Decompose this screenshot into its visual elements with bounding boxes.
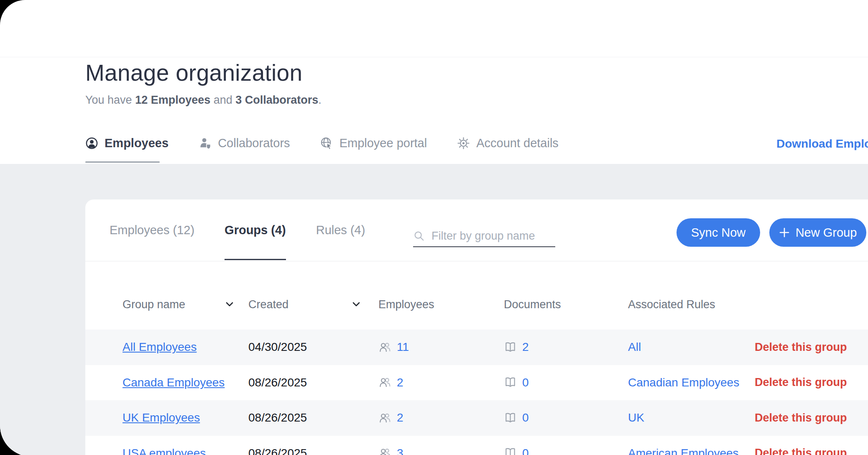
employees-count: 12 Employees — [135, 94, 210, 106]
chevron-down-icon[interactable] — [226, 302, 233, 307]
people-icon — [378, 447, 391, 455]
delete-group-button[interactable]: Delete this group — [755, 447, 868, 455]
column-employees: Employees — [378, 298, 504, 311]
new-group-label: New Group — [796, 226, 857, 240]
download-employees-link[interactable]: Download Employees — [776, 137, 868, 151]
tab-account-details-label: Account details — [476, 136, 559, 150]
chevron-down-icon[interactable] — [352, 302, 360, 307]
column-employees-label: Employees — [378, 298, 434, 311]
employees-count-value: 3 — [397, 447, 403, 455]
sync-now-label: Sync Now — [691, 226, 746, 240]
table-row: USA employees 08/26/2025 3 — [85, 436, 868, 455]
topbar-divider — [0, 57, 868, 57]
main-tab-bar: Employees Collaborators — [85, 130, 559, 156]
tab-groups[interactable]: Groups (4) — [225, 199, 286, 261]
card-header: Employees (12) Groups (4) Rules (4) — [85, 199, 868, 261]
table-row: UK Employees 08/26/2025 2 — [85, 400, 868, 436]
person-shield-icon — [199, 137, 212, 150]
tab-collaborators-label: Collaborators — [218, 136, 290, 150]
subtitle-suffix: . — [318, 94, 322, 106]
column-created[interactable]: Created — [248, 298, 378, 311]
table-body: All Employees 04/30/2025 11 — [85, 330, 868, 455]
book-icon — [504, 447, 517, 455]
globe-cursor-icon — [320, 137, 333, 150]
documents-count-cell[interactable]: 0 — [504, 447, 628, 455]
gear-icon — [457, 137, 470, 150]
card-tab-bar: Employees (12) Groups (4) Rules (4) — [110, 199, 365, 261]
created-date: 04/30/2025 — [248, 340, 378, 354]
delete-group-button[interactable]: Delete this group — [755, 376, 868, 389]
group-name-link[interactable]: UK Employees — [123, 411, 248, 424]
column-created-label: Created — [248, 298, 288, 311]
employees-count-value: 11 — [397, 340, 409, 354]
plus-icon — [779, 227, 790, 238]
delete-group-button[interactable]: Delete this group — [755, 412, 868, 424]
screen: Manage organization You have 12 Employee… — [0, 0, 868, 455]
column-associated-rules: Associated Rules — [628, 298, 755, 311]
employees-count-value: 2 — [397, 376, 403, 389]
group-name-link[interactable]: All Employees — [123, 340, 248, 354]
employees-count-cell[interactable]: 3 — [378, 447, 504, 455]
person-circle-icon — [85, 137, 98, 150]
employees-count-cell[interactable]: 2 — [378, 376, 504, 389]
group-name-link[interactable]: Canada Employees — [123, 376, 248, 389]
book-icon — [504, 341, 517, 354]
column-documents: Documents — [504, 298, 628, 311]
book-icon — [504, 412, 517, 424]
subtitle-mid: and — [210, 94, 235, 106]
tab-collaborators[interactable]: Collaborators — [199, 136, 290, 150]
tab-employees[interactable]: Employees — [85, 136, 168, 150]
documents-count-value: 0 — [522, 411, 529, 424]
book-icon — [504, 376, 517, 389]
people-icon — [378, 412, 391, 424]
column-group-name-label: Group name — [123, 298, 185, 311]
documents-count-cell[interactable]: 0 — [504, 376, 628, 389]
associated-rule-link[interactable]: Canadian Employees — [628, 376, 755, 389]
subtitle-prefix: You have — [85, 94, 135, 106]
associated-rule-link[interactable]: All — [628, 340, 755, 354]
associated-rule-link[interactable]: American Employees — [628, 447, 755, 455]
tab-employees-list[interactable]: Employees (12) — [110, 199, 194, 261]
column-group-name[interactable]: Group name — [123, 298, 248, 311]
tab-rules[interactable]: Rules (4) — [316, 199, 365, 261]
collaborators-count: 3 Collaborators — [235, 94, 318, 106]
employees-count-cell[interactable]: 11 — [378, 340, 504, 354]
table-header-row: Group name Created Employees — [85, 294, 868, 315]
created-date: 08/26/2025 — [248, 447, 378, 455]
active-tab-underline — [85, 161, 160, 163]
tab-employees-label: Employees — [105, 136, 168, 150]
group-filter — [413, 225, 555, 247]
column-documents-label: Documents — [504, 298, 561, 311]
content-area: Employees (12) Groups (4) Rules (4) — [0, 164, 868, 455]
employees-count-cell[interactable]: 2 — [378, 411, 504, 424]
delete-group-button[interactable]: Delete this group — [755, 341, 868, 354]
sync-now-button[interactable]: Sync Now — [677, 218, 760, 247]
associated-rule-link[interactable]: UK — [628, 411, 755, 424]
group-name-link[interactable]: USA employees — [123, 447, 248, 455]
people-icon — [378, 376, 391, 389]
app-window: Manage organization You have 12 Employee… — [0, 0, 868, 455]
table-row: All Employees 04/30/2025 11 — [85, 330, 868, 365]
documents-count-value: 0 — [522, 447, 529, 455]
documents-count-cell[interactable]: 2 — [504, 340, 628, 354]
documents-count-value: 0 — [522, 376, 529, 389]
employees-count-value: 2 — [397, 411, 403, 424]
table-row: Canada Employees 08/26/2025 2 — [85, 365, 868, 401]
tab-employee-portal-label: Employee portal — [340, 136, 427, 150]
documents-count-value: 2 — [522, 340, 529, 354]
groups-card: Employees (12) Groups (4) Rules (4) — [85, 199, 868, 455]
new-group-button[interactable]: New Group — [769, 218, 866, 247]
tab-account-details[interactable]: Account details — [457, 136, 559, 150]
page-subtitle: You have 12 Employees and 3 Collaborator… — [85, 94, 322, 107]
column-associated-rules-label: Associated Rules — [628, 298, 715, 311]
people-icon — [378, 341, 391, 354]
documents-count-cell[interactable]: 0 — [504, 411, 628, 424]
page-title: Manage organization — [85, 60, 302, 85]
created-date: 08/26/2025 — [248, 411, 378, 424]
created-date: 08/26/2025 — [248, 376, 378, 389]
search-icon — [413, 230, 425, 242]
filter-input[interactable] — [431, 229, 549, 243]
tab-employee-portal[interactable]: Employee portal — [320, 136, 427, 150]
